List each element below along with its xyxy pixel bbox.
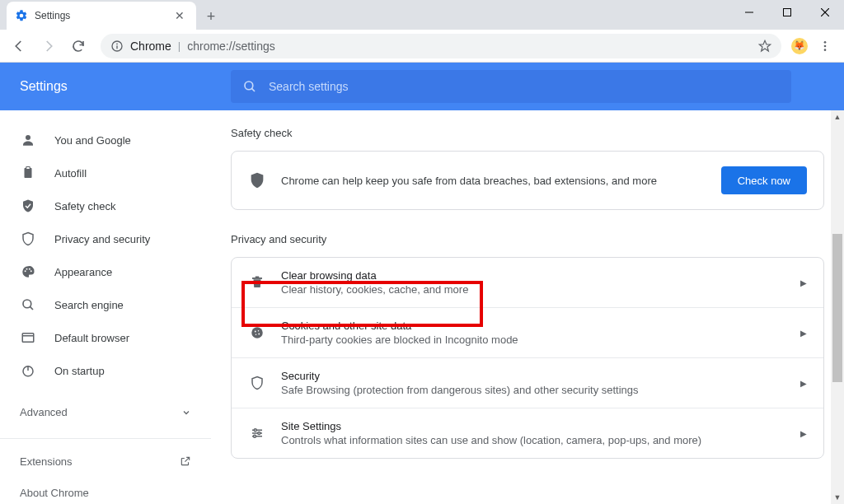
minimize-button[interactable] bbox=[730, 0, 768, 25]
close-window-button[interactable] bbox=[806, 0, 844, 25]
settings-header: Settings bbox=[0, 63, 844, 110]
sidebar-advanced[interactable]: Advanced bbox=[0, 392, 211, 432]
forward-button[interactable] bbox=[36, 34, 61, 58]
sidebar-item-label: Appearance bbox=[54, 266, 112, 278]
sidebar-item-on-startup[interactable]: On startup bbox=[0, 354, 211, 387]
svg-point-38 bbox=[258, 432, 260, 435]
svg-marker-7 bbox=[759, 40, 770, 51]
sidebar-item-privacy[interactable]: Privacy and security bbox=[0, 222, 211, 255]
svg-point-30 bbox=[255, 331, 256, 333]
row-subtitle: Controls what information sites can use … bbox=[281, 434, 785, 446]
close-icon[interactable]: ✕ bbox=[171, 7, 188, 24]
open-external-icon bbox=[180, 455, 191, 467]
omnibox-path: chrome://settings bbox=[187, 40, 275, 53]
vertical-scrollbar[interactable]: ▲ ▼ bbox=[831, 110, 844, 504]
svg-point-39 bbox=[254, 435, 256, 437]
back-button[interactable] bbox=[7, 34, 31, 58]
palette-icon bbox=[20, 264, 36, 279]
sidebar-item-default-browser[interactable]: Default browser bbox=[0, 321, 211, 354]
row-site-settings[interactable]: Site Settings Controls what information … bbox=[232, 408, 823, 458]
scroll-thumb[interactable] bbox=[832, 234, 842, 382]
svg-point-17 bbox=[26, 268, 28, 270]
svg-point-13 bbox=[26, 135, 30, 140]
sidebar-item-autofill[interactable]: Autofill bbox=[0, 156, 211, 189]
scroll-up-button[interactable]: ▲ bbox=[831, 110, 844, 124]
browser-toolbar: Chrome | chrome://settings 🦊 bbox=[0, 30, 844, 63]
svg-point-5 bbox=[116, 43, 118, 44]
scroll-down-button[interactable]: ▼ bbox=[831, 491, 844, 504]
sidebar-item-label: Autofill bbox=[54, 167, 87, 180]
site-info-icon[interactable] bbox=[110, 40, 124, 53]
row-title: Cookies and other site data bbox=[281, 320, 785, 332]
tune-icon bbox=[248, 426, 266, 441]
menu-button[interactable] bbox=[813, 34, 837, 58]
svg-rect-22 bbox=[22, 334, 34, 343]
row-subtitle: Third-party cookies are blocked in Incog… bbox=[281, 334, 785, 346]
section-title-safety: Safety check bbox=[231, 127, 824, 139]
person-icon bbox=[20, 133, 36, 147]
svg-rect-15 bbox=[26, 167, 30, 170]
row-security[interactable]: Security Safe Browsing (protection from … bbox=[232, 357, 823, 408]
maximize-button[interactable] bbox=[768, 0, 806, 25]
sidebar-item-label: On startup bbox=[54, 365, 105, 377]
browser-titlebar: Settings ✕ + bbox=[0, 0, 844, 30]
chevron-right-icon: ▶ bbox=[800, 278, 807, 287]
svg-point-18 bbox=[29, 268, 30, 270]
row-subtitle: Clear history, cookies, cache, and more bbox=[281, 283, 785, 296]
svg-line-26 bbox=[185, 457, 189, 461]
sidebar-item-label: Search engine bbox=[54, 299, 124, 311]
row-cookies[interactable]: Cookies and other site data Third-party … bbox=[232, 307, 823, 357]
check-now-button[interactable]: Check now bbox=[721, 166, 807, 194]
sidebar-extensions[interactable]: Extensions bbox=[0, 446, 211, 477]
extension-icon[interactable]: 🦊 bbox=[791, 38, 808, 54]
omnibox-origin: Chrome bbox=[130, 40, 171, 53]
row-title: Site Settings bbox=[281, 420, 785, 432]
settings-search[interactable] bbox=[231, 70, 791, 103]
settings-content: Safety check Chrome can help keep you sa… bbox=[211, 110, 844, 504]
divider bbox=[0, 438, 211, 439]
sidebar-item-search-engine[interactable]: Search engine bbox=[0, 288, 211, 321]
svg-rect-28 bbox=[256, 277, 260, 278]
svg-point-32 bbox=[256, 334, 257, 336]
shield-icon bbox=[248, 376, 266, 390]
shield-icon bbox=[20, 231, 36, 246]
svg-point-8 bbox=[824, 41, 827, 44]
chevron-down-icon bbox=[181, 408, 191, 418]
page-title: Settings bbox=[20, 79, 231, 94]
bookmark-star-icon[interactable] bbox=[758, 40, 771, 53]
svg-line-21 bbox=[30, 306, 33, 310]
browser-tab[interactable]: Settings ✕ bbox=[7, 2, 196, 30]
shield-icon bbox=[248, 171, 266, 189]
settings-sidebar: You and Google Autofill Safety check Pri… bbox=[0, 110, 211, 504]
svg-point-29 bbox=[251, 327, 263, 338]
address-bar[interactable]: Chrome | chrome://settings bbox=[101, 34, 781, 58]
sidebar-item-safety-check[interactable]: Safety check bbox=[0, 189, 211, 222]
extensions-label: Extensions bbox=[20, 455, 73, 468]
svg-rect-6 bbox=[116, 45, 117, 49]
reload-button[interactable] bbox=[66, 34, 91, 58]
tab-title: Settings bbox=[35, 10, 165, 21]
svg-point-20 bbox=[23, 300, 31, 308]
search-icon bbox=[242, 79, 257, 94]
svg-point-19 bbox=[30, 270, 32, 272]
sidebar-item-label: Default browser bbox=[54, 332, 129, 344]
row-title: Clear browsing data bbox=[281, 269, 785, 282]
window-controls bbox=[730, 0, 844, 25]
chevron-right-icon: ▶ bbox=[800, 379, 807, 388]
sidebar-about[interactable]: About Chrome bbox=[0, 477, 211, 504]
row-clear-browsing-data[interactable]: Clear browsing data Clear history, cooki… bbox=[232, 258, 823, 307]
advanced-label: Advanced bbox=[20, 406, 68, 418]
row-subtitle: Safe Browsing (protection from dangerous… bbox=[281, 384, 785, 396]
safety-check-card: Chrome can help keep you safe from data … bbox=[231, 151, 824, 210]
new-tab-button[interactable]: + bbox=[199, 5, 223, 28]
privacy-list: Clear browsing data Clear history, cooki… bbox=[231, 257, 824, 459]
sidebar-item-appearance[interactable]: Appearance bbox=[0, 255, 211, 288]
search-input[interactable] bbox=[269, 80, 780, 93]
safety-check-text: Chrome can help keep you safe from data … bbox=[281, 175, 706, 187]
sidebar-item-label: You and Google bbox=[54, 134, 131, 147]
svg-rect-1 bbox=[784, 9, 791, 16]
sidebar-item-you-and-google[interactable]: You and Google bbox=[0, 124, 211, 156]
svg-point-11 bbox=[245, 82, 253, 90]
svg-point-31 bbox=[258, 330, 260, 332]
svg-point-9 bbox=[824, 44, 827, 47]
